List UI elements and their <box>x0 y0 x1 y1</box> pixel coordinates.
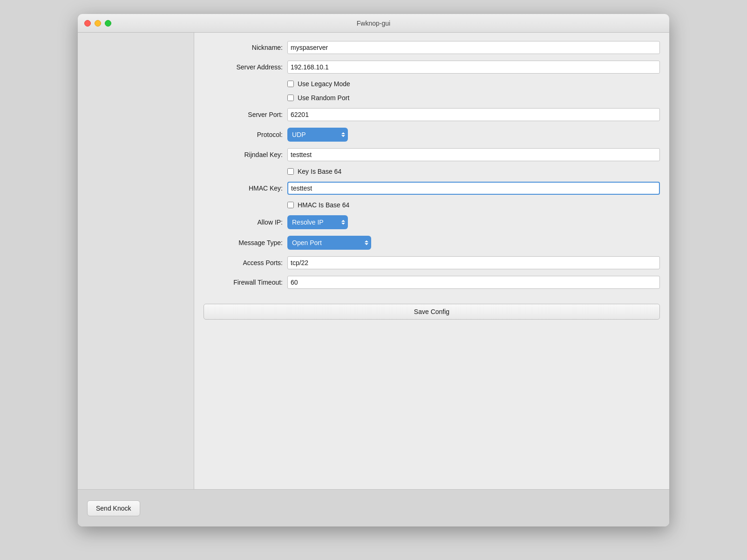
access-ports-row: Access Ports: <box>204 256 660 269</box>
server-address-label: Server Address: <box>204 63 283 71</box>
message-type-row: Message Type: Open Port Access <box>204 236 660 250</box>
message-type-label: Message Type: <box>204 239 283 246</box>
protocol-label: Protocol: <box>204 131 283 138</box>
server-port-label: Server Port: <box>204 111 283 118</box>
sidebar <box>78 33 194 489</box>
server-address-input[interactable] <box>287 61 660 74</box>
nickname-row: Nickname: <box>204 41 660 54</box>
protocol-select-wrapper: UDP TCP <box>287 128 348 142</box>
random-port-checkbox[interactable] <box>287 95 294 101</box>
hmac-base64-checkbox[interactable] <box>287 202 294 208</box>
rijndael-key-label: Rijndael Key: <box>204 151 283 158</box>
key-base64-checkbox[interactable] <box>287 168 294 175</box>
save-config-button[interactable]: Save Config <box>204 304 660 320</box>
protocol-select[interactable]: UDP TCP <box>287 128 348 142</box>
random-port-row: Use Random Port <box>287 94 660 102</box>
legacy-mode-checkbox[interactable] <box>287 81 294 87</box>
key-base64-row: Key Is Base 64 <box>287 168 660 175</box>
allow-ip-select-wrapper: Resolve IP Custom IP <box>287 215 348 229</box>
server-port-input[interactable] <box>287 108 660 121</box>
access-ports-label: Access Ports: <box>204 259 283 266</box>
maximize-button[interactable] <box>105 20 111 27</box>
send-knock-button[interactable]: Send Knock <box>87 500 140 516</box>
title-bar: Fwknop-gui <box>78 14 669 33</box>
legacy-mode-row: Use Legacy Mode <box>287 80 660 88</box>
traffic-lights <box>84 20 111 27</box>
firewall-timeout-row: Firewall Timeout: <box>204 276 660 289</box>
hmac-base64-row: HMAC Is Base 64 <box>287 201 660 209</box>
server-port-row: Server Port: <box>204 108 660 121</box>
server-address-row: Server Address: <box>204 61 660 74</box>
message-type-select[interactable]: Open Port Access <box>287 236 371 250</box>
bottom-bar: Send Knock <box>78 489 669 526</box>
legacy-mode-label: Use Legacy Mode <box>298 80 350 88</box>
close-button[interactable] <box>84 20 91 27</box>
rijndael-key-row: Rijndael Key: <box>204 148 660 161</box>
minimize-button[interactable] <box>95 20 101 27</box>
nickname-label: Nickname: <box>204 44 283 51</box>
protocol-row: Protocol: UDP TCP <box>204 128 660 142</box>
content-area: Nickname: Server Address: Use Legacy Mod… <box>194 33 669 489</box>
allow-ip-row: Allow IP: Resolve IP Custom IP <box>204 215 660 229</box>
hmac-base64-label: HMAC Is Base 64 <box>298 201 349 209</box>
random-port-label: Use Random Port <box>298 94 349 102</box>
message-type-select-wrapper: Open Port Access <box>287 236 371 250</box>
firewall-timeout-label: Firewall Timeout: <box>204 279 283 286</box>
hmac-key-input[interactable] <box>287 182 660 195</box>
allow-ip-select[interactable]: Resolve IP Custom IP <box>287 215 348 229</box>
main-window: Fwknop-gui Nickname: Server Address: Use… <box>78 14 669 526</box>
allow-ip-label: Allow IP: <box>204 219 283 226</box>
hmac-key-label: HMAC Key: <box>204 184 283 192</box>
rijndael-key-input[interactable] <box>287 148 660 161</box>
hmac-key-row: HMAC Key: <box>204 182 660 195</box>
key-base64-label: Key Is Base 64 <box>298 168 341 175</box>
nickname-input[interactable] <box>287 41 660 54</box>
window-body: Nickname: Server Address: Use Legacy Mod… <box>78 33 669 489</box>
firewall-timeout-input[interactable] <box>287 276 660 289</box>
window-title: Fwknop-gui <box>357 20 390 27</box>
access-ports-input[interactable] <box>287 256 660 269</box>
